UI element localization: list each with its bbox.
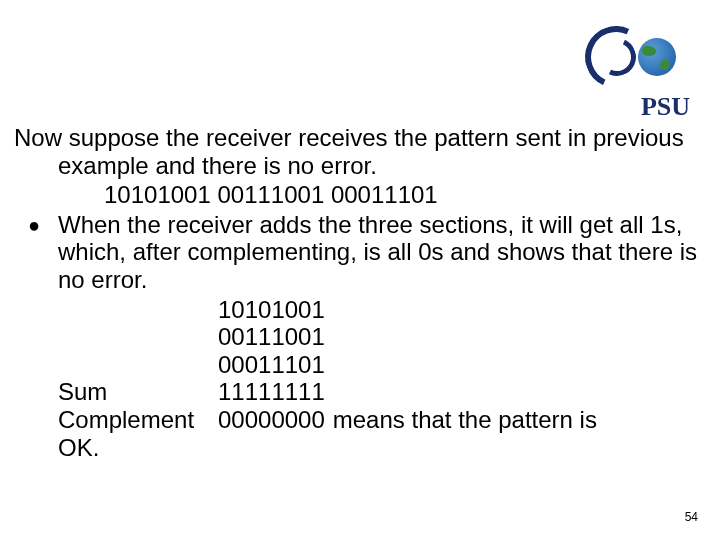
sum-label: Sum (58, 378, 218, 406)
calc-row-2: 00111001 (218, 323, 325, 351)
complement-rest: means that the pattern is (325, 406, 706, 434)
bullet-item: ● When the receiver adds the three secti… (14, 211, 706, 294)
logo (580, 28, 700, 88)
calc-spacer (58, 296, 218, 324)
intro-paragraph: Now suppose the receiver receives the pa… (14, 124, 706, 179)
calc-spacer (58, 323, 218, 351)
swirl-icon (588, 28, 640, 80)
complement-value: 00000000 (218, 406, 325, 434)
calc-row-3: 00011101 (218, 351, 325, 379)
bullet-icon: ● (14, 211, 58, 239)
calculation-block: 10101001 00111001 00011101 Sum 11111111 … (14, 296, 706, 462)
slide-content: Now suppose the receiver receives the pa… (14, 124, 706, 461)
calc-spacer (58, 351, 218, 379)
complement-label: Complement (58, 406, 218, 434)
globe-icon (638, 38, 676, 76)
org-label: PSU (641, 92, 690, 122)
pattern-line: 10101001 00111001 00011101 (14, 181, 706, 209)
sum-value: 11111111 (218, 378, 325, 406)
calc-row-1: 10101001 (218, 296, 325, 324)
bullet-text: When the receiver adds the three section… (58, 211, 706, 294)
slide-number: 54 (685, 510, 698, 524)
ok-label: OK. (58, 434, 218, 462)
